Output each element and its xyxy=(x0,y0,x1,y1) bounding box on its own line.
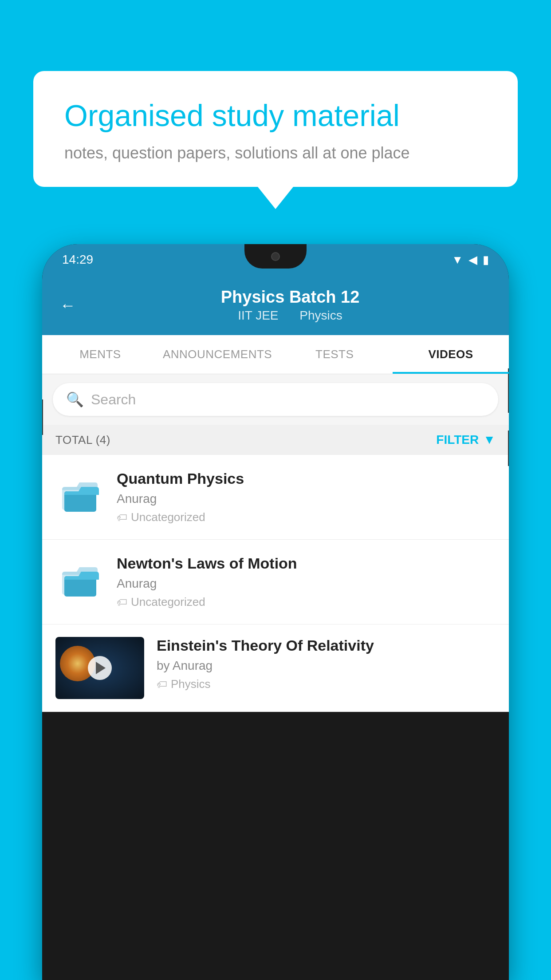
video-author-newton: Anurag xyxy=(117,577,496,591)
video-info-newton: Newton's Laws of Motion Anurag 🏷 Uncateg… xyxy=(117,555,496,609)
subtitle-iit: IIT JEE xyxy=(238,308,278,322)
search-bar-container: 🔍 Search xyxy=(42,374,509,425)
phone-frame: 14:29 ▼ ◀ ▮ ← Physics Batch 12 IIT JEE P… xyxy=(42,244,509,980)
video-info-quantum: Quantum Physics Anurag 🏷 Uncategorized xyxy=(117,470,496,524)
video-info-einstein: Einstein's Theory Of Relativity by Anura… xyxy=(157,637,496,691)
batch-subtitle: IIT JEE Physics xyxy=(89,308,491,323)
speech-bubble-card: Organised study material notes, question… xyxy=(33,71,518,187)
video-thumb-quantum xyxy=(55,470,104,519)
play-triangle-icon xyxy=(96,662,106,674)
search-bar[interactable]: 🔍 Search xyxy=(53,383,498,416)
tag-icon-einstein: 🏷 xyxy=(157,678,167,691)
video-title-einstein: Einstein's Theory Of Relativity xyxy=(157,637,496,654)
status-icons: ▼ ◀ ▮ xyxy=(452,253,489,267)
volume-button xyxy=(42,399,43,435)
tab-bar: MENTS ANNOUNCEMENTS TESTS VIDEOS xyxy=(42,335,509,374)
video-item-quantum[interactable]: Quantum Physics Anurag 🏷 Uncategorized xyxy=(42,455,509,540)
video-list: Quantum Physics Anurag 🏷 Uncategorized xyxy=(42,455,509,712)
play-button-einstein[interactable] xyxy=(88,656,112,680)
power-button xyxy=(508,368,509,413)
video-title-quantum: Quantum Physics xyxy=(117,470,496,487)
search-input[interactable]: Search xyxy=(91,391,136,408)
bubble-pointer xyxy=(258,187,293,209)
video-tag-newton: 🏷 Uncategorized xyxy=(117,595,496,609)
status-bar: 14:29 ▼ ◀ ▮ xyxy=(42,244,509,275)
bubble-subtitle: notes, question papers, solutions all at… xyxy=(64,144,487,162)
video-item-einstein[interactable]: Einstein's Theory Of Relativity by Anura… xyxy=(42,624,509,712)
folder-icon xyxy=(60,474,100,514)
phone-notch xyxy=(244,244,307,269)
subtitle-physics: Physics xyxy=(299,308,342,322)
tab-tests[interactable]: TESTS xyxy=(276,335,393,374)
search-icon: 🔍 xyxy=(66,391,84,408)
video-thumb-newton xyxy=(55,555,104,604)
battery-icon: ▮ xyxy=(483,253,489,267)
filter-label: FILTER xyxy=(436,433,479,447)
video-thumbnail-einstein xyxy=(55,637,144,699)
video-item-newton[interactable]: Newton's Laws of Motion Anurag 🏷 Uncateg… xyxy=(42,540,509,624)
signal-icon: ◀ xyxy=(468,253,477,267)
filter-bar: TOTAL (4) FILTER ▼ xyxy=(42,425,509,455)
speech-bubble-container: Organised study material notes, question… xyxy=(33,71,518,209)
tab-ments[interactable]: MENTS xyxy=(42,335,158,374)
tag-icon: 🏷 xyxy=(117,511,127,524)
total-count: TOTAL (4) xyxy=(55,433,110,447)
folder-icon-newton xyxy=(60,559,100,599)
volume-down-button xyxy=(508,431,509,466)
video-tag-einstein: 🏷 Physics xyxy=(157,677,496,691)
back-button[interactable]: ← xyxy=(60,296,76,315)
video-author-quantum: Anurag xyxy=(117,492,496,506)
tab-videos[interactable]: VIDEOS xyxy=(393,335,509,374)
wifi-icon: ▼ xyxy=(452,253,463,267)
status-time: 14:29 xyxy=(62,253,93,267)
filter-button[interactable]: FILTER ▼ xyxy=(436,433,496,447)
batch-title: Physics Batch 12 xyxy=(89,288,491,307)
video-title-newton: Newton's Laws of Motion xyxy=(117,555,496,572)
bubble-title: Organised study material xyxy=(64,98,487,134)
video-author-einstein: by Anurag xyxy=(157,659,496,673)
app-header: ← Physics Batch 12 IIT JEE Physics xyxy=(42,275,509,335)
tab-announcements[interactable]: ANNOUNCEMENTS xyxy=(158,335,276,374)
tag-icon-newton: 🏷 xyxy=(117,596,127,609)
header-title-block: Physics Batch 12 IIT JEE Physics xyxy=(89,288,491,323)
camera xyxy=(271,252,280,261)
filter-funnel-icon: ▼ xyxy=(483,433,496,447)
video-tag-quantum: 🏷 Uncategorized xyxy=(117,510,496,524)
